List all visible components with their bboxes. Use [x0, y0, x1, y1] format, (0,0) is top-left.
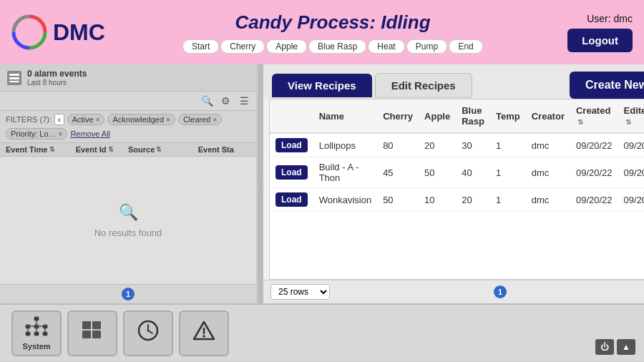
- sort-event-id-icon[interactable]: ⇅: [108, 146, 114, 153]
- table-row: Load Lollipops 80 20 30 1 dmc 09/20/22 0…: [270, 133, 644, 157]
- tab-edit-recipes[interactable]: Edit Recipes: [375, 73, 472, 98]
- no-results-area: 🔍 No results found: [0, 157, 256, 284]
- filter-prev-btn[interactable]: ‹: [54, 114, 64, 125]
- rows-per-page-select[interactable]: 25 rows 50 rows 100 rows: [270, 284, 330, 300]
- cell-edited-2: 09/20/22: [618, 188, 644, 212]
- no-results-search-icon: 🔍: [119, 203, 138, 222]
- col-event-status: Event Sta: [198, 145, 250, 154]
- cell-name-2: Wonkavision: [313, 188, 377, 212]
- svg-rect-8: [26, 332, 30, 336]
- alarm-toolbar: 🔍 ⚙ ☰: [0, 92, 256, 111]
- svg-rect-10: [43, 332, 47, 336]
- alarm-title-group: 0 alarm events Last 8 hours: [27, 69, 87, 87]
- recipe-page-badge: 1: [494, 285, 507, 298]
- col-source: Source ⇅: [128, 145, 198, 154]
- clock-icon: [137, 320, 159, 346]
- filter-remove-acknowledged[interactable]: ×: [166, 116, 170, 124]
- page-title: Candy Process: Idling: [235, 11, 430, 34]
- step-blue-rasp: Blue Rasp: [308, 39, 366, 54]
- alarm-page-badge: 1: [122, 288, 135, 300]
- filter-bar: FILTERS (7): ‹ Active × Acknowledged × C…: [0, 111, 256, 143]
- col-edited: Edited ⇅: [618, 99, 644, 133]
- recipe-table-footer: 25 rows 50 rows 100 rows 1: [263, 280, 644, 303]
- user-label: User: dmc: [587, 13, 633, 24]
- header-right: User: dmc Logout: [540, 13, 633, 52]
- network-button[interactable]: System: [11, 310, 62, 356]
- svg-point-24: [147, 330, 150, 332]
- bottom-toolbar: System: [0, 303, 644, 362]
- cell-blue-rasp-2: 20: [456, 188, 490, 212]
- recipe-table-header-row: Name Cherry Apple Blue Rasp Temp: [270, 99, 644, 133]
- step-cherry: Cherry: [220, 39, 265, 54]
- tab-view-recipes[interactable]: View Recipes: [272, 74, 372, 97]
- remove-all-button[interactable]: Remove All: [70, 129, 110, 138]
- step-start: Start: [182, 39, 219, 54]
- svg-rect-20: [92, 331, 101, 338]
- no-results-text: No results found: [94, 228, 162, 238]
- step-heat: Heat: [368, 39, 404, 54]
- sort-event-time-icon[interactable]: ⇅: [49, 146, 55, 153]
- alarm-title: 0 alarm events: [27, 69, 87, 79]
- cell-name-1: Build - A - Thon: [313, 157, 377, 188]
- power-button[interactable]: ⏻: [595, 339, 614, 355]
- step-pump: Pump: [406, 39, 447, 54]
- alarm-subtitle: Last 8 hours: [27, 79, 87, 87]
- cell-cherry-2: 50: [377, 188, 419, 212]
- load-button-2[interactable]: Load: [275, 192, 308, 207]
- logout-button[interactable]: Logout: [567, 29, 633, 52]
- sort-source-icon[interactable]: ⇅: [156, 146, 162, 153]
- main-content: 0 alarm events Last 8 hours 🔍 ⚙ ☰ FILTER…: [0, 64, 644, 303]
- menu-icon[interactable]: ☰: [238, 94, 250, 107]
- cell-creator-1: dmc: [526, 157, 570, 188]
- filters-label: FILTERS (7):: [6, 115, 52, 124]
- cell-name-0: Lollipops: [313, 133, 377, 157]
- col-apple: Apple: [419, 99, 456, 133]
- col-event-time: Event Time ⇅: [6, 145, 76, 154]
- search-icon[interactable]: 🔍: [200, 94, 213, 107]
- step-apple: Apple: [266, 39, 307, 54]
- filter-icon[interactable]: ⚙: [219, 94, 232, 107]
- col-cherry: Cherry: [377, 99, 419, 133]
- recipe-table-container: Name Cherry Apple Blue Rasp Temp: [269, 99, 644, 280]
- svg-rect-18: [92, 321, 101, 329]
- cell-edited-1: 09/20/22: [618, 157, 644, 188]
- network-icon: [25, 316, 48, 341]
- load-button-1[interactable]: Load: [275, 165, 308, 180]
- create-new-button[interactable]: Create New: [570, 72, 644, 99]
- warning-icon: [192, 321, 215, 345]
- col-event-id: Event Id ⇅: [76, 145, 128, 154]
- panel-divider[interactable]: ⋮: [258, 64, 263, 303]
- cell-cherry-0: 80: [377, 133, 419, 157]
- cell-creator-2: dmc: [526, 188, 570, 212]
- cell-created-0: 09/20/22: [570, 133, 618, 157]
- svg-point-27: [203, 335, 205, 338]
- svg-rect-19: [82, 331, 91, 338]
- col-creator: Creator: [526, 99, 570, 133]
- process-steps: Start Cherry Apple Blue Rasp Heat Pump E…: [182, 39, 483, 54]
- grid-button[interactable]: [67, 310, 117, 356]
- col-load: [270, 99, 313, 133]
- filter-remove-active[interactable]: ×: [96, 116, 100, 124]
- svg-rect-4: [34, 317, 39, 321]
- col-name: Name: [313, 99, 377, 133]
- scroll-up-button[interactable]: ▲: [617, 339, 635, 355]
- warning-button[interactable]: [179, 310, 229, 356]
- cell-blue-rasp-1: 40: [456, 157, 490, 188]
- filter-tag-cleared: Cleared ×: [178, 114, 222, 125]
- filter-tag-acknowledged: Acknowledged ×: [107, 114, 175, 125]
- cell-apple-1: 50: [419, 157, 456, 188]
- filter-remove-cleared[interactable]: ×: [213, 116, 217, 124]
- grid-icon: [82, 321, 103, 345]
- svg-rect-2: [9, 77, 19, 79]
- load-button-0[interactable]: Load: [275, 138, 308, 152]
- cell-apple-2: 10: [419, 188, 456, 212]
- bottom-right-controls: ⏻ ▲: [595, 339, 635, 355]
- cell-temp-0: 1: [490, 133, 526, 157]
- alarm-panel-footer: 1: [0, 284, 256, 303]
- cell-edited-0: 09/20/22: [618, 133, 644, 157]
- clock-button[interactable]: [123, 310, 173, 356]
- filter-remove-priority[interactable]: ×: [59, 130, 63, 138]
- recipe-table: Name Cherry Apple Blue Rasp Temp: [270, 99, 644, 212]
- col-temp: Temp: [490, 99, 526, 133]
- table-row: Load Build - A - Thon 45 50 40 1 dmc 09/…: [270, 157, 644, 188]
